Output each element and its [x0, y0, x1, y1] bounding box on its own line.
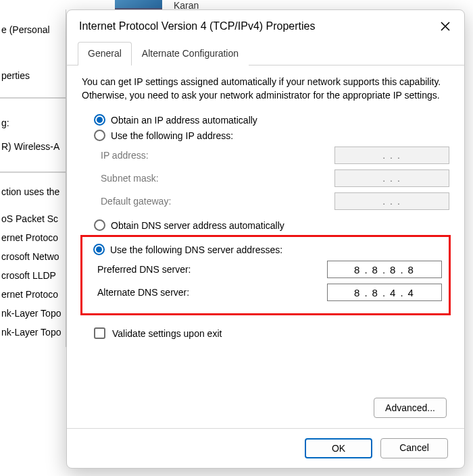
advanced-button[interactable]: Advanced...	[374, 398, 447, 418]
tab-alternate[interactable]: Alternate Configuration	[132, 42, 249, 65]
tab-general[interactable]: General	[78, 42, 132, 65]
bg-conn-uses: ction uses the	[1, 186, 59, 197]
validate-label: Validate settings upon exit	[112, 328, 222, 339]
radio-dns-auto[interactable]	[94, 219, 105, 231]
default-gateway-input: ...	[334, 192, 449, 210]
subnet-mask-input: ...	[334, 169, 449, 187]
alternate-dns-label: Alternate DNS server:	[97, 287, 189, 298]
dialog-title: Internet Protocol Version 4 (TCP/IPv4) P…	[79, 20, 315, 32]
bg-connect-frag: g:	[1, 117, 9, 128]
subnet-mask-label: Subnet mask:	[101, 173, 159, 184]
ip-address-label: IP address:	[101, 150, 149, 161]
radio-ip-manual-label: Use the following IP address:	[111, 130, 233, 141]
bg-item-list: oS Packet Sc ernet Protoco crosoft Netwo…	[1, 209, 61, 342]
cancel-button[interactable]: Cancel	[380, 438, 448, 458]
dns-highlight-box: Use the following DNS server addresses: …	[80, 235, 451, 315]
preferred-dns-label: Preferred DNS server:	[97, 264, 191, 275]
ok-button[interactable]: OK	[305, 438, 372, 458]
radio-ip-auto-label: Obtain an IP address automatically	[111, 115, 257, 126]
radio-ip-manual[interactable]	[94, 130, 105, 141]
radio-dns-manual-label: Use the following DNS server addresses:	[110, 244, 282, 255]
bg-title-frag: e (Personal	[0, 24, 50, 35]
bg-adapter-frag: R) Wireless-A	[1, 141, 59, 152]
radio-ip-auto[interactable]	[94, 114, 105, 126]
default-gateway-label: Default gateway:	[101, 196, 171, 207]
bg-props-label: perties	[1, 70, 30, 81]
bg-computer-icon	[115, 0, 162, 9]
alternate-dns-input[interactable]: 8.8.4.4	[327, 284, 442, 301]
ip-address-input: ...	[334, 147, 449, 164]
intro-text: You can get IP settings assigned automat…	[82, 75, 449, 102]
radio-dns-manual[interactable]	[93, 244, 105, 255]
close-icon[interactable]	[439, 20, 452, 33]
validate-checkbox[interactable]	[94, 327, 105, 339]
ipv4-properties-dialog: Internet Protocol Version 4 (TCP/IPv4) P…	[66, 9, 465, 469]
radio-dns-auto-label: Obtain DNS server address automatically	[111, 220, 284, 231]
preferred-dns-input[interactable]: 8.8.8.8	[327, 261, 442, 278]
